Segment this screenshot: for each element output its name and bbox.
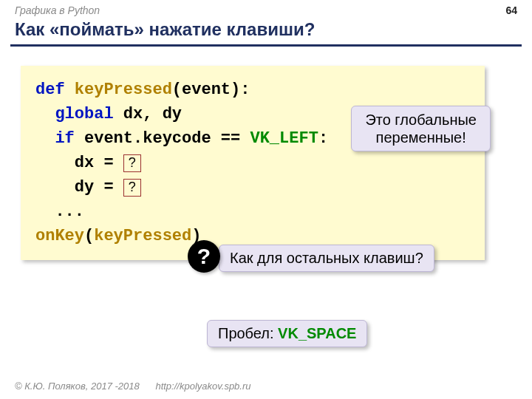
code-line-dots: ...	[35, 200, 470, 224]
dy-assign: dy =	[75, 178, 123, 197]
qbox-dx: ?	[123, 154, 141, 172]
callout-global-l2: переменные!	[376, 129, 466, 146]
fn-name: keyPressed	[75, 81, 172, 99]
callout-global-l1: Это глобальные	[365, 112, 477, 128]
fn-param: (event):	[172, 81, 250, 99]
code-line-dy: dy = ?	[35, 175, 470, 200]
topbar: Графика в Python 64	[0, 0, 532, 18]
callout-other-text: Как для остальных клавиш?	[230, 250, 423, 266]
page-number: 64	[505, 4, 517, 16]
question-circle-icon: ?	[188, 240, 220, 273]
dots: ...	[55, 202, 84, 221]
dx-assign: dx =	[75, 154, 123, 172]
if-expr: event.keycode ==	[84, 129, 240, 148]
const-vkleft: VK_LEFT	[250, 129, 318, 148]
page-title: Как «поймать» нажатие клавиши?	[0, 18, 532, 44]
footer-copyright: © К.Ю. Поляков, 2017 -2018	[15, 381, 140, 392]
footer: © К.Ю. Поляков, 2017 -2018 http://kpolya…	[15, 381, 251, 392]
if-colon: :	[318, 129, 328, 148]
code-line-dx: dx = ?	[35, 151, 470, 175]
fn-onkey: onKey	[35, 227, 84, 245]
callout-space-const: VK_SPACE	[278, 325, 356, 341]
qmark-glyph: ?	[197, 244, 211, 269]
footer-url: http://kpolyakov.spb.ru	[155, 381, 250, 392]
kw-def: def	[35, 81, 65, 99]
kw-if: if	[55, 129, 74, 148]
callout-global-vars: Это глобальные переменные!	[351, 106, 491, 151]
code-block: def keyPressed(event): global dx, dy if …	[21, 66, 485, 260]
callout-space-prefix: Пробел:	[218, 325, 278, 341]
content: def keyPressed(event): global dx, dy if …	[0, 47, 532, 260]
callout-space: Пробел: VK_SPACE	[207, 320, 367, 347]
code-line-def: def keyPressed(event):	[35, 78, 470, 102]
global-vars: dx, dy	[123, 105, 182, 123]
paren-open: (	[84, 227, 94, 245]
qbox-dy: ?	[123, 179, 141, 197]
kw-global: global	[55, 105, 113, 123]
onkey-arg: keyPressed	[94, 227, 191, 245]
course-label: Графика в Python	[15, 4, 100, 16]
callout-other-keys: Как для остальных клавиш?	[219, 245, 434, 272]
